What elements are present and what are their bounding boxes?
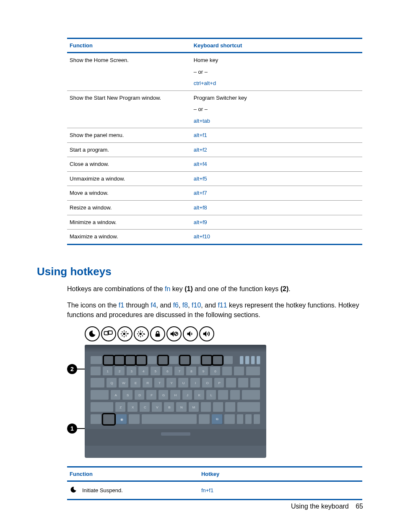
function-cell: Maximize a window. bbox=[67, 230, 191, 245]
svg-point-11 bbox=[139, 333, 142, 335]
svg-point-2 bbox=[123, 333, 125, 335]
svg-line-9 bbox=[122, 336, 123, 336]
shortcut-cell: alt+f4 bbox=[191, 157, 362, 172]
svg-line-16 bbox=[138, 332, 139, 333]
table-row: Move a window.alt+f7 bbox=[67, 186, 362, 201]
shortcut-cell: alt+f1 bbox=[191, 128, 362, 143]
shortcut-cell: alt+f8 bbox=[191, 201, 362, 215]
shortcut-cell: alt+f5 bbox=[191, 171, 362, 186]
brightness-down-icon bbox=[117, 326, 132, 341]
svg-line-17 bbox=[142, 336, 143, 336]
table-row: Show the Start New Program window.Progra… bbox=[67, 90, 362, 128]
keyboard-illustration: 1234567890 QWERTYUIOP ASDFGHJKL ZXCVBNM … bbox=[85, 345, 266, 458]
hotkey-function-cell: Initiate Suspend. bbox=[80, 481, 199, 500]
lock-icon bbox=[150, 326, 165, 341]
svg-line-8 bbox=[126, 336, 127, 336]
function-cell: Show the panel menu. bbox=[67, 128, 191, 143]
svg-line-10 bbox=[126, 332, 127, 333]
function-cell: Resize a window. bbox=[67, 201, 191, 215]
moon-icon bbox=[85, 326, 100, 341]
function-cell: Move a window. bbox=[67, 186, 191, 201]
hotkeys-intro-paragraph-1: Hotkeys are combinations of the fn key (… bbox=[67, 284, 362, 294]
volume-down-icon bbox=[183, 326, 198, 341]
column-header-shortcut: Keyboard shortcut bbox=[191, 39, 362, 53]
keyboard-diagram: 2 1 bbox=[67, 326, 266, 458]
shortcut-cell: alt+f7 bbox=[191, 186, 362, 201]
table-row: Resize a window.alt+f8 bbox=[67, 201, 362, 215]
function-cell: Show the Home Screen. bbox=[67, 53, 191, 91]
volume-up-icon bbox=[199, 326, 214, 341]
table-row: Show the panel menu.alt+f1 bbox=[67, 128, 362, 143]
svg-line-7 bbox=[122, 332, 123, 333]
svg-line-22 bbox=[175, 333, 177, 335]
hotkey-table: Function Hotkey Initiate Suspend. fn+f1 bbox=[67, 466, 362, 500]
callout-number-2: 2 bbox=[67, 364, 77, 374]
svg-rect-20 bbox=[156, 333, 160, 337]
fn-key-label: fn bbox=[165, 285, 170, 292]
function-cell: Show the Start New Program window. bbox=[67, 90, 191, 128]
document-page: Function Keyboard shortcut Show the Home… bbox=[0, 0, 400, 532]
section-heading-using-hotkeys: Using hotkeys bbox=[37, 265, 363, 278]
svg-line-18 bbox=[138, 336, 139, 336]
fn-key bbox=[103, 414, 114, 424]
hotkeys-intro-paragraph-2: The icons on the f1 through f4, and f6, … bbox=[67, 300, 362, 320]
shortcut-cell: Program Switcher key– or –alt+tab bbox=[191, 90, 362, 128]
shortcut-table-body: Show the Home Screen.Home key– or –ctrl+… bbox=[67, 53, 362, 245]
hotkey-key-cell: fn+f1 bbox=[199, 481, 362, 500]
mute-icon bbox=[166, 326, 182, 341]
brightness-up-icon bbox=[134, 326, 149, 341]
moon-icon bbox=[70, 486, 77, 493]
column-header-function: Function bbox=[67, 39, 191, 53]
keyboard-shortcut-table: Function Keyboard shortcut Show the Home… bbox=[67, 38, 362, 245]
table-row: Minimize a window.alt+f9 bbox=[67, 215, 362, 230]
column-header-function: Function bbox=[67, 467, 199, 481]
table-row: Show the Home Screen.Home key– or –ctrl+… bbox=[67, 53, 362, 91]
footer-page-number: 65 bbox=[356, 503, 363, 510]
table-row: Start a program.alt+f2 bbox=[67, 142, 362, 157]
footer-section-label: Using the keyboard bbox=[291, 503, 349, 510]
function-cell: Unmaximize a window. bbox=[67, 171, 191, 186]
callout-number-1: 1 bbox=[67, 424, 77, 434]
display-switch-icon bbox=[101, 326, 116, 341]
table-row: Unmaximize a window.alt+f5 bbox=[67, 171, 362, 186]
page-footer: Using the keyboard 65 bbox=[291, 503, 363, 510]
function-cell: Close a window. bbox=[67, 157, 191, 172]
function-cell: Start a program. bbox=[67, 142, 191, 157]
table-row: Close a window.alt+f4 bbox=[67, 157, 362, 172]
hotkey-icons-row bbox=[67, 326, 266, 341]
svg-line-19 bbox=[142, 332, 143, 333]
function-cell: Minimize a window. bbox=[67, 215, 191, 230]
column-header-hotkey: Hotkey bbox=[199, 467, 362, 481]
shortcut-cell: alt+f9 bbox=[191, 215, 362, 230]
shortcut-cell: alt+f2 bbox=[191, 142, 362, 157]
shortcut-cell: Home key– or –ctrl+alt+d bbox=[191, 53, 362, 91]
shortcut-cell: alt+f10 bbox=[191, 230, 362, 245]
table-row: Maximize a window.alt+f10 bbox=[67, 230, 362, 245]
